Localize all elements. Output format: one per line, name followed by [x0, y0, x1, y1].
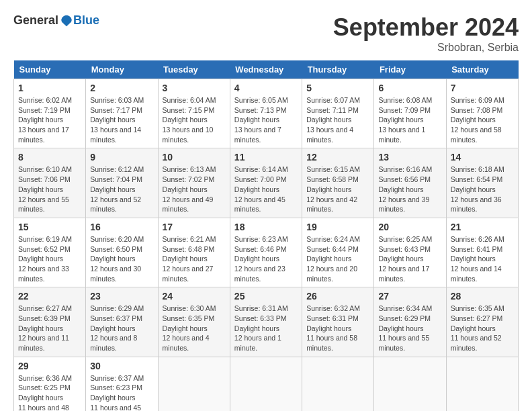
table-row: 6 Sunrise: 6:08 AM Sunset: 7:09 PM Dayli…: [374, 79, 446, 148]
table-row: 7 Sunrise: 6:09 AM Sunset: 7:08 PM Dayli…: [446, 79, 518, 148]
day-info: Sunrise: 6:15 AM Sunset: 6:58 PM Dayligh…: [306, 165, 369, 214]
day-number: 21: [451, 222, 514, 232]
table-row: 21 Sunrise: 6:26 AM Sunset: 6:41 PM Dayl…: [446, 218, 518, 287]
day-number: 6: [378, 83, 441, 93]
title-area: September 2024 Srbobran, Serbia: [333, 13, 519, 54]
table-row: 24 Sunrise: 6:30 AM Sunset: 6:35 PM Dayl…: [158, 287, 230, 357]
day-info: Sunrise: 6:16 AM Sunset: 6:56 PM Dayligh…: [378, 165, 441, 214]
logo-icon: [60, 14, 73, 28]
table-row: [230, 357, 302, 411]
table-row: 1 Sunrise: 6:02 AM Sunset: 7:19 PM Dayli…: [14, 79, 86, 148]
day-number: 14: [451, 152, 514, 163]
day-info: Sunrise: 6:02 AM Sunset: 7:19 PM Dayligh…: [18, 95, 81, 144]
table-row: 25 Sunrise: 6:31 AM Sunset: 6:33 PM Dayl…: [230, 287, 302, 357]
day-info: Sunrise: 6:24 AM Sunset: 6:44 PM Dayligh…: [306, 234, 369, 283]
day-info: Sunrise: 6:07 AM Sunset: 7:11 PM Dayligh…: [306, 95, 369, 144]
day-number: 27: [378, 291, 441, 302]
table-row: 3 Sunrise: 6:04 AM Sunset: 7:15 PM Dayli…: [158, 79, 230, 148]
day-number: 23: [90, 291, 153, 302]
location-title: Srbobran, Serbia: [333, 42, 519, 54]
table-row: 19 Sunrise: 6:24 AM Sunset: 6:44 PM Dayl…: [302, 218, 374, 287]
calendar-week-row: 8 Sunrise: 6:10 AM Sunset: 7:06 PM Dayli…: [14, 148, 519, 218]
table-row: [374, 357, 446, 411]
table-row: [302, 357, 374, 411]
day-info: Sunrise: 6:29 AM Sunset: 6:37 PM Dayligh…: [90, 304, 153, 353]
header-saturday: Saturday: [446, 60, 518, 79]
table-row: 17 Sunrise: 6:21 AM Sunset: 6:48 PM Dayl…: [158, 218, 230, 287]
header-wednesday: Wednesday: [230, 60, 302, 79]
day-number: 3: [163, 83, 226, 93]
day-number: 29: [18, 361, 81, 371]
day-number: 25: [234, 291, 298, 302]
table-row: 18 Sunrise: 6:23 AM Sunset: 6:46 PM Dayl…: [230, 218, 302, 287]
header-friday: Friday: [374, 60, 446, 79]
day-number: 16: [90, 222, 153, 232]
table-row: 5 Sunrise: 6:07 AM Sunset: 7:11 PM Dayli…: [302, 79, 374, 148]
calendar-week-row: 29 Sunrise: 6:36 AM Sunset: 6:25 PM Dayl…: [14, 357, 519, 411]
day-info: Sunrise: 6:09 AM Sunset: 7:08 PM Dayligh…: [451, 95, 514, 144]
table-row: 13 Sunrise: 6:16 AM Sunset: 6:56 PM Dayl…: [374, 148, 446, 218]
table-row: 8 Sunrise: 6:10 AM Sunset: 7:06 PM Dayli…: [14, 148, 86, 218]
calendar-table: Sunday Monday Tuesday Wednesday Thursday…: [13, 60, 519, 411]
day-number: 30: [90, 361, 153, 371]
day-info: Sunrise: 6:20 AM Sunset: 6:50 PM Dayligh…: [90, 234, 153, 283]
day-info: Sunrise: 6:37 AM Sunset: 6:23 PM Dayligh…: [90, 373, 153, 411]
table-row: 9 Sunrise: 6:12 AM Sunset: 7:04 PM Dayli…: [86, 148, 158, 218]
calendar-header-row: Sunday Monday Tuesday Wednesday Thursday…: [14, 60, 519, 79]
table-row: 12 Sunrise: 6:15 AM Sunset: 6:58 PM Dayl…: [302, 148, 374, 218]
day-number: 5: [306, 83, 369, 93]
table-row: 23 Sunrise: 6:29 AM Sunset: 6:37 PM Dayl…: [86, 287, 158, 357]
day-number: 10: [163, 152, 226, 163]
table-row: 29 Sunrise: 6:36 AM Sunset: 6:25 PM Dayl…: [14, 357, 86, 411]
day-info: Sunrise: 6:12 AM Sunset: 7:04 PM Dayligh…: [90, 165, 153, 214]
day-info: Sunrise: 6:36 AM Sunset: 6:25 PM Dayligh…: [18, 373, 81, 411]
day-info: Sunrise: 6:31 AM Sunset: 6:33 PM Dayligh…: [234, 304, 298, 353]
table-row: 10 Sunrise: 6:13 AM Sunset: 7:02 PM Dayl…: [158, 148, 230, 218]
day-number: 11: [234, 152, 298, 163]
day-info: Sunrise: 6:27 AM Sunset: 6:39 PM Dayligh…: [18, 304, 81, 353]
day-number: 13: [378, 152, 441, 163]
day-info: Sunrise: 6:03 AM Sunset: 7:17 PM Dayligh…: [90, 95, 153, 144]
day-number: 18: [234, 222, 298, 232]
table-row: 27 Sunrise: 6:34 AM Sunset: 6:29 PM Dayl…: [374, 287, 446, 357]
day-info: Sunrise: 6:14 AM Sunset: 7:00 PM Dayligh…: [234, 165, 298, 214]
day-number: 2: [90, 83, 153, 93]
day-info: Sunrise: 6:35 AM Sunset: 6:27 PM Dayligh…: [451, 304, 514, 353]
day-number: 28: [451, 291, 514, 302]
month-title: September 2024: [333, 13, 519, 42]
table-row: [158, 357, 230, 411]
table-row: 4 Sunrise: 6:05 AM Sunset: 7:13 PM Dayli…: [230, 79, 302, 148]
header: General Blue September 2024 Srbobran, Se…: [13, 13, 519, 54]
header-sunday: Sunday: [14, 60, 86, 79]
day-info: Sunrise: 6:30 AM Sunset: 6:35 PM Dayligh…: [163, 304, 226, 353]
day-info: Sunrise: 6:32 AM Sunset: 6:31 PM Dayligh…: [306, 304, 369, 353]
day-number: 17: [163, 222, 226, 232]
day-info: Sunrise: 6:08 AM Sunset: 7:09 PM Dayligh…: [378, 95, 441, 144]
table-row: 16 Sunrise: 6:20 AM Sunset: 6:50 PM Dayl…: [86, 218, 158, 287]
calendar-week-row: 1 Sunrise: 6:02 AM Sunset: 7:19 PM Dayli…: [14, 79, 519, 148]
logo-general-text: General: [13, 13, 58, 28]
table-row: 22 Sunrise: 6:27 AM Sunset: 6:39 PM Dayl…: [14, 287, 86, 357]
header-monday: Monday: [86, 60, 158, 79]
table-row: [446, 357, 518, 411]
day-info: Sunrise: 6:25 AM Sunset: 6:43 PM Dayligh…: [378, 234, 441, 283]
calendar-week-row: 22 Sunrise: 6:27 AM Sunset: 6:39 PM Dayl…: [14, 287, 519, 357]
logo: General Blue: [13, 13, 99, 28]
day-info: Sunrise: 6:04 AM Sunset: 7:15 PM Dayligh…: [163, 95, 226, 144]
table-row: 28 Sunrise: 6:35 AM Sunset: 6:27 PM Dayl…: [446, 287, 518, 357]
table-row: 15 Sunrise: 6:19 AM Sunset: 6:52 PM Dayl…: [14, 218, 86, 287]
table-row: 26 Sunrise: 6:32 AM Sunset: 6:31 PM Dayl…: [302, 287, 374, 357]
day-number: 26: [306, 291, 369, 302]
day-number: 24: [163, 291, 226, 302]
day-number: 1: [18, 83, 81, 93]
table-row: 20 Sunrise: 6:25 AM Sunset: 6:43 PM Dayl…: [374, 218, 446, 287]
day-info: Sunrise: 6:21 AM Sunset: 6:48 PM Dayligh…: [163, 234, 226, 283]
table-row: 30 Sunrise: 6:37 AM Sunset: 6:23 PM Dayl…: [86, 357, 158, 411]
day-info: Sunrise: 6:13 AM Sunset: 7:02 PM Dayligh…: [163, 165, 226, 214]
table-row: 11 Sunrise: 6:14 AM Sunset: 7:00 PM Dayl…: [230, 148, 302, 218]
day-info: Sunrise: 6:34 AM Sunset: 6:29 PM Dayligh…: [378, 304, 441, 353]
day-info: Sunrise: 6:18 AM Sunset: 6:54 PM Dayligh…: [451, 165, 514, 214]
day-number: 4: [234, 83, 298, 93]
day-number: 19: [306, 222, 369, 232]
day-info: Sunrise: 6:10 AM Sunset: 7:06 PM Dayligh…: [18, 165, 81, 214]
